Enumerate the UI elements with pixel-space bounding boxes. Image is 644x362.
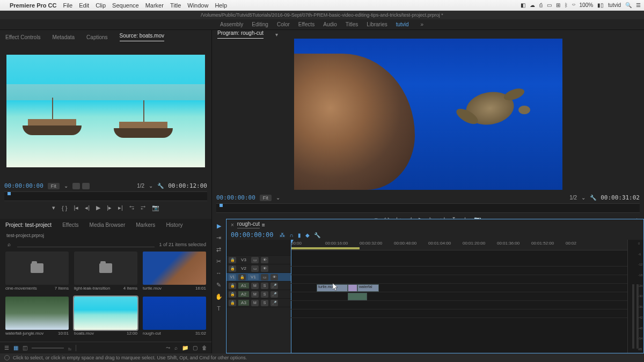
ws-effects[interactable]: Effects — [298, 21, 314, 27]
track-toggle-icon[interactable]: 👁 — [270, 274, 278, 280]
source-time-ruler[interactable] — [4, 191, 207, 201]
tab-effect-controls[interactable]: Effect Controls — [5, 34, 40, 40]
menu-window[interactable]: Window — [187, 2, 208, 9]
program-monitor[interactable] — [212, 39, 644, 190]
track-a2[interactable]: A2 — [238, 291, 249, 297]
ripple-tool-icon[interactable]: ⇄ — [215, 246, 223, 253]
ws-tutvid[interactable]: tutvid — [396, 21, 409, 27]
sequence-name[interactable]: rough-cut — [237, 221, 260, 228]
timeline-ruler[interactable]: 00:00 00:00:16:00 00:00:32:00 00:00:48:0… — [291, 240, 627, 250]
sync-icon[interactable]: ☁ — [530, 2, 535, 8]
find-icon[interactable]: ⌕ — [174, 345, 178, 351]
type-tool-icon[interactable]: T — [215, 305, 223, 312]
src-step-back-icon[interactable]: ◂| — [85, 204, 90, 211]
bin-item[interactable]: boats.mov12:00 — [74, 297, 137, 338]
tab-source-clip[interactable]: Source: boats.mov — [120, 33, 164, 41]
new-bin-icon[interactable]: 📁 — [182, 345, 188, 351]
source-fit-chevron-icon[interactable]: ⌄ — [64, 183, 68, 189]
menu-clip[interactable]: Clip — [96, 2, 106, 9]
track-row-v1[interactable]: turtle.mov waterfal — [291, 284, 627, 292]
menu-sequence[interactable]: Sequence — [112, 2, 139, 9]
track-lock-icon[interactable]: 🔒 — [229, 257, 236, 263]
solo-icon[interactable]: S — [261, 291, 268, 298]
mute-icon[interactable]: M — [251, 291, 259, 298]
ws-titles[interactable]: Titles — [346, 21, 358, 27]
marker-icon[interactable]: ▮ — [298, 232, 301, 238]
sort-icon[interactable]: ⎁ — [68, 345, 71, 351]
track-row-a2[interactable] — [291, 301, 627, 309]
track-toggle-icon[interactable]: 👁 — [261, 265, 268, 272]
tab-effects[interactable]: Effects — [62, 222, 78, 228]
selection-tool-icon[interactable]: ▶ — [215, 222, 223, 230]
freeform-view-icon[interactable]: ◫ — [23, 345, 27, 351]
trash-icon[interactable]: 🗑 — [202, 345, 207, 351]
tab-history[interactable]: History — [166, 222, 182, 228]
source-safe-margins-icon[interactable] — [82, 183, 90, 189]
src-mark-out-icon[interactable]: { } — [62, 205, 67, 211]
bin-item[interactable]: waterfall-jungle.mov10:01 — [5, 297, 69, 338]
source-tc-in[interactable]: 00:00:00:00 — [4, 182, 43, 189]
add-marker-icon[interactable]: ◆ — [305, 232, 310, 238]
track-v3[interactable]: V3 — [238, 257, 249, 262]
program-tab-chevron-icon[interactable]: ▾ — [275, 32, 278, 38]
record-icon[interactable]: 🎤 — [270, 291, 278, 298]
thumb-size-slider[interactable] — [32, 348, 64, 349]
project-search-input[interactable] — [17, 241, 155, 247]
program-tc-in[interactable]: 00:00:00:00 — [216, 194, 255, 201]
src-play-icon[interactable]: ▶ — [96, 204, 100, 211]
ws-assembly[interactable]: Assembly — [220, 21, 243, 27]
ws-libraries[interactable]: Libraries — [367, 21, 387, 27]
program-wrench-icon[interactable]: 🔧 — [590, 195, 596, 201]
slip-tool-icon[interactable]: ↔ — [215, 269, 223, 277]
timeline-settings-icon[interactable]: 🔧 — [314, 232, 320, 238]
bin-item[interactable]: rough-cut31:02 — [143, 297, 206, 338]
bin-item[interactable]: cine-movements7 Items — [5, 252, 69, 293]
search-icon[interactable]: ⌕ — [5, 241, 13, 247]
tab-program[interactable]: Program: rough-cut — [217, 30, 264, 39]
new-item-icon[interactable]: ▢ — [193, 345, 197, 351]
source-settings-icon[interactable] — [72, 183, 80, 189]
menu-edit[interactable]: Edit — [79, 2, 89, 9]
bluetooth-icon[interactable]: ᛒ — [565, 2, 568, 8]
ws-overflow-icon[interactable]: » — [421, 21, 424, 27]
pen-tool-icon[interactable]: ✎ — [215, 281, 223, 289]
list-view-icon[interactable]: ☰ — [4, 345, 9, 351]
track-target-icon[interactable]: ▭ — [251, 257, 259, 263]
mute-icon[interactable]: M — [251, 300, 259, 306]
tab-metadata[interactable]: Metadata — [52, 34, 75, 40]
tab-captions[interactable]: Captions — [86, 34, 107, 40]
program-fit-chevron-icon[interactable]: ⌄ — [276, 195, 280, 201]
grid-icon[interactable]: ⊞ — [556, 2, 560, 8]
ws-editing[interactable]: Editing — [252, 21, 268, 27]
src-go-in-icon[interactable]: |◂ — [74, 204, 78, 211]
source-fit-select[interactable]: Fit — [48, 183, 60, 189]
tab-media-browser[interactable]: Media Browser — [90, 222, 126, 228]
src-step-fwd-icon[interactable]: |▸ — [107, 204, 112, 211]
track-select-tool-icon[interactable]: ⇥ — [215, 234, 223, 241]
track-a1[interactable]: A1 — [238, 283, 249, 289]
record-icon[interactable]: 🎤 — [270, 283, 278, 289]
seq-close-icon[interactable]: × — [231, 222, 234, 228]
track-row-v2[interactable] — [291, 275, 627, 284]
src-go-out-icon[interactable]: ▸| — [118, 204, 123, 211]
cc-status-icon[interactable]: ◧ — [521, 2, 525, 8]
track-row-a3[interactable] — [291, 309, 627, 318]
track-v1[interactable]: V1 — [248, 274, 259, 280]
menu-title[interactable]: Title — [170, 2, 181, 9]
app-name[interactable]: Premiere Pro CC — [10, 2, 56, 9]
spotlight-icon[interactable]: 🔍 — [625, 2, 632, 8]
program-fit-select[interactable]: Fit — [260, 195, 272, 201]
track-target-icon[interactable]: ▭ — [251, 265, 259, 272]
program-resolution[interactable]: 1/2 — [569, 195, 577, 201]
menu-extras-icon[interactable]: ☰ — [636, 2, 641, 8]
track-lock-icon[interactable]: 🔒 — [229, 265, 236, 272]
track-v2[interactable]: V2 — [238, 266, 249, 271]
source-resolution[interactable]: 1/2 — [137, 183, 144, 189]
razor-tool-icon[interactable]: ✂ — [215, 257, 223, 265]
clip-waterfall[interactable]: waterfal — [357, 284, 379, 292]
mute-icon[interactable]: M — [251, 283, 259, 289]
track-lock-icon[interactable]: 🔒 — [238, 274, 246, 280]
track-target-icon[interactable]: ▭ — [261, 274, 268, 280]
ws-color[interactable]: Color — [277, 21, 290, 27]
track-lock-icon[interactable]: 🔒 — [229, 300, 236, 306]
